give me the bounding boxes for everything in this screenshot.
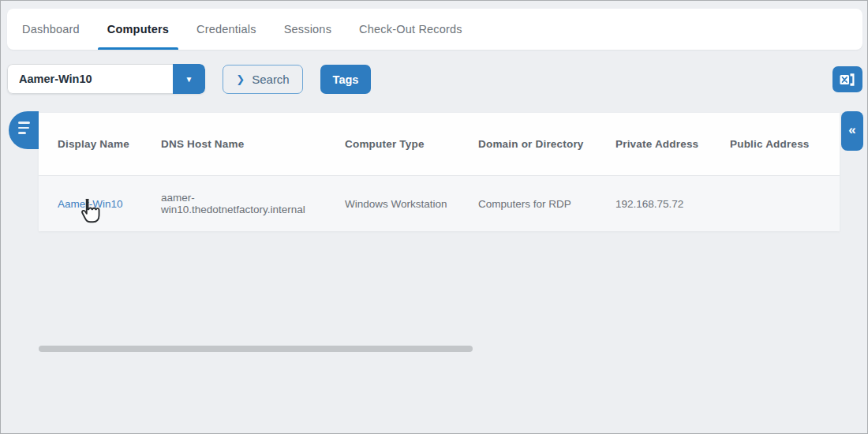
tab-dashboard[interactable]: Dashboard: [13, 9, 89, 50]
tags-button[interactable]: Tags: [320, 65, 371, 94]
cell-computer-type: Windows Workstation: [345, 198, 478, 210]
tab-credentials[interactable]: Credentials: [187, 9, 266, 50]
cell-dns-host-name: aamer-win10.thedotnetfactory.internal: [161, 192, 345, 215]
column-header-public-address[interactable]: Public Address: [730, 138, 840, 150]
table-header-row: Display Name DNS Host Name Computer Type…: [39, 113, 840, 176]
computer-link[interactable]: Aamer-Win10: [58, 198, 123, 210]
search-dropdown-button[interactable]: ▼: [173, 64, 205, 94]
column-header-display-name[interactable]: Display Name: [39, 138, 161, 150]
computers-page: Dashboard Computers Credentials Sessions…: [0, 0, 868, 434]
horizontal-scrollbar-thumb[interactable]: [39, 346, 473, 352]
export-excel-button[interactable]: [832, 66, 862, 92]
column-header-computer-type[interactable]: Computer Type: [345, 138, 478, 150]
column-header-domain-or-directory[interactable]: Domain or Directory: [478, 138, 615, 150]
search-button-label: Search: [252, 73, 290, 86]
computers-table: Display Name DNS Host Name Computer Type…: [39, 113, 840, 231]
cell-domain-or-directory: Computers for RDP: [478, 198, 615, 210]
filter-lines-icon: [18, 122, 30, 134]
cell-display-name: Aamer-Win10: [39, 198, 161, 210]
computer-search-combobox: ▼: [7, 64, 205, 94]
search-input[interactable]: [7, 64, 173, 94]
chevron-down-icon: ▼: [185, 75, 193, 84]
chevron-right-icon: ❯: [236, 73, 245, 85]
column-header-private-address[interactable]: Private Address: [615, 138, 730, 150]
double-chevron-left-icon: «: [848, 123, 855, 137]
column-header-dns-host-name[interactable]: DNS Host Name: [161, 138, 345, 150]
tab-sessions[interactable]: Sessions: [275, 9, 341, 50]
tab-computers[interactable]: Computers: [98, 9, 178, 50]
tab-checkout-records[interactable]: Check-Out Records: [350, 9, 472, 50]
table-row: Aamer-Win10 aamer-win10.thedotnetfactory…: [39, 176, 840, 231]
search-button[interactable]: ❯ Search: [223, 65, 303, 94]
main-tabbar: Dashboard Computers Credentials Sessions…: [7, 9, 862, 50]
collapse-panel-button[interactable]: «: [841, 111, 863, 151]
filter-panel-button[interactable]: [9, 111, 39, 149]
excel-icon: [839, 72, 856, 88]
cell-private-address: 192.168.75.72: [615, 198, 730, 210]
